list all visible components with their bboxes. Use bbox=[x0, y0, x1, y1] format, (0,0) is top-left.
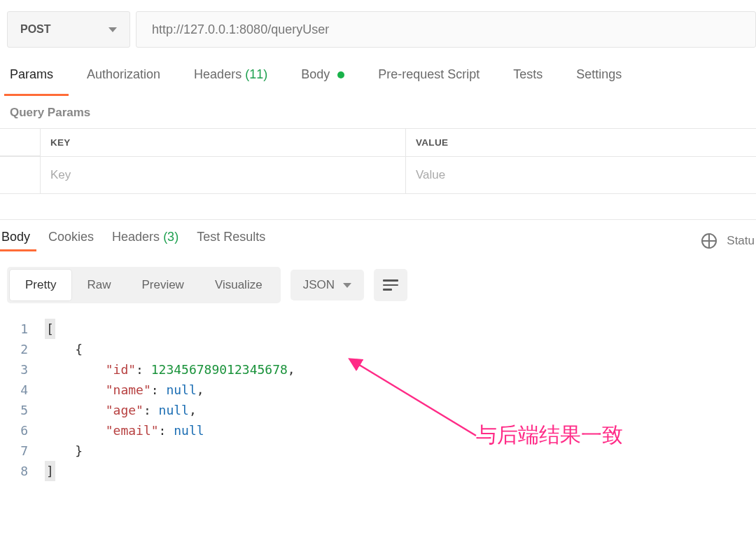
resp-headers-count: (3) bbox=[163, 230, 178, 244]
response-tabs: Body Cookies Headers (3) Test Results St… bbox=[0, 220, 756, 251]
view-raw[interactable]: Raw bbox=[71, 270, 126, 300]
line-number: 3 bbox=[10, 359, 45, 380]
url-input[interactable] bbox=[136, 11, 756, 48]
http-method-select[interactable]: POST bbox=[7, 11, 130, 48]
code-text: "name": null, bbox=[45, 380, 204, 400]
request-url-bar: POST bbox=[0, 0, 756, 48]
tab-tests[interactable]: Tests bbox=[513, 67, 542, 89]
query-params-title: Query Params bbox=[0, 96, 756, 128]
code-line: 1[ bbox=[10, 319, 756, 339]
qp-value-input[interactable] bbox=[416, 165, 746, 185]
line-number: 4 bbox=[10, 380, 45, 400]
line-number: 1 bbox=[10, 319, 45, 339]
qp-header-key: KEY bbox=[41, 129, 406, 156]
view-pretty[interactable]: Pretty bbox=[10, 270, 71, 300]
code-text: "email": null bbox=[45, 420, 204, 441]
resp-tab-body[interactable]: Body bbox=[1, 230, 30, 251]
wrap-lines-button[interactable] bbox=[374, 269, 407, 301]
headers-count: (11) bbox=[245, 67, 267, 81]
wrap-lines-icon bbox=[383, 279, 398, 291]
code-line: 7 } bbox=[10, 441, 756, 461]
format-label: JSON bbox=[303, 278, 335, 292]
code-text: ] bbox=[45, 461, 55, 481]
tab-headers-label: Headers bbox=[194, 67, 241, 81]
qp-key-input[interactable] bbox=[50, 165, 396, 185]
code-line: 6 "email": null bbox=[10, 420, 756, 441]
view-preview[interactable]: Preview bbox=[126, 270, 199, 300]
tab-body-label: Body bbox=[301, 67, 330, 81]
line-number: 8 bbox=[10, 461, 45, 481]
tab-authorization[interactable]: Authorization bbox=[87, 67, 160, 89]
code-line: 4 "name": null, bbox=[10, 380, 756, 400]
body-active-dot-icon bbox=[337, 71, 344, 78]
view-visualize[interactable]: Visualize bbox=[200, 270, 278, 300]
resp-tab-cookies[interactable]: Cookies bbox=[48, 230, 94, 251]
resp-tab-test-results[interactable]: Test Results bbox=[197, 230, 265, 251]
line-number: 6 bbox=[10, 420, 45, 441]
tab-pre-request[interactable]: Pre-request Script bbox=[378, 67, 479, 89]
code-text: { bbox=[45, 339, 83, 359]
http-method-label: POST bbox=[20, 23, 51, 36]
line-number: 7 bbox=[10, 441, 45, 461]
tab-settings[interactable]: Settings bbox=[576, 67, 622, 89]
code-line: 5 "age": null, bbox=[10, 400, 756, 420]
globe-icon[interactable] bbox=[701, 233, 717, 249]
tab-headers[interactable]: Headers (11) bbox=[194, 67, 267, 89]
chevron-down-icon bbox=[343, 283, 351, 288]
code-text: [ bbox=[45, 319, 55, 339]
query-params-table: KEY VALUE bbox=[0, 128, 756, 194]
code-text: } bbox=[45, 441, 83, 461]
resp-tab-headers[interactable]: Headers (3) bbox=[112, 230, 178, 251]
code-line: 3 "id": 123456789012345678, bbox=[10, 359, 756, 380]
line-number: 5 bbox=[10, 400, 45, 420]
code-text: "age": null, bbox=[45, 400, 197, 420]
tab-body[interactable]: Body bbox=[301, 67, 344, 89]
code-line: 8] bbox=[10, 461, 756, 481]
view-mode-pills: Pretty Raw Preview Visualize bbox=[7, 267, 281, 303]
request-tabs: Params Authorization Headers (11) Body P… bbox=[0, 48, 756, 96]
chevron-down-icon bbox=[108, 27, 117, 32]
line-number: 2 bbox=[10, 339, 45, 359]
qp-header-value: VALUE bbox=[406, 129, 756, 156]
status-label: Statu bbox=[727, 234, 755, 248]
format-select[interactable]: JSON bbox=[290, 270, 364, 300]
view-mode-row: Pretty Raw Preview Visualize JSON bbox=[0, 251, 756, 309]
code-line: 2 { bbox=[10, 339, 756, 359]
response-body-code[interactable]: 1[2 {3 "id": 123456789012345678,4 "name"… bbox=[0, 309, 756, 481]
code-text: "id": 123456789012345678, bbox=[45, 359, 295, 380]
resp-headers-label: Headers bbox=[112, 230, 160, 244]
tab-params[interactable]: Params bbox=[10, 67, 53, 89]
